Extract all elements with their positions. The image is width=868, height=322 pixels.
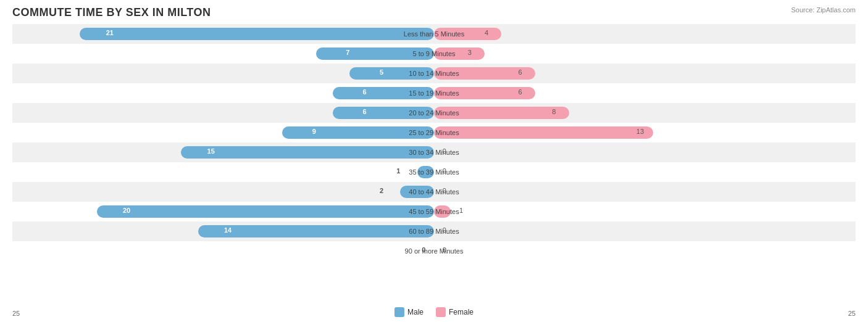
male-bar (349, 67, 434, 80)
axis-right-label: 25 (848, 310, 856, 317)
legend-male: Male (394, 307, 424, 317)
male-value: 6 (363, 88, 367, 96)
female-bar (434, 28, 501, 40)
male-bar (316, 47, 434, 60)
chart-title: COMMUTE TIME BY SEX IN MILTON (12, 6, 856, 19)
male-value: 21 (106, 29, 114, 36)
male-value: 15 (207, 147, 215, 155)
female-value: 0 (443, 246, 446, 254)
male-value: 7 (346, 49, 349, 56)
source-text: Source: ZipAtlas.com (791, 6, 856, 14)
table-row: 0090 or more Minutes (12, 241, 856, 261)
male-value: 6 (363, 108, 367, 115)
legend-female-box (436, 307, 446, 317)
female-value: 6 (519, 68, 522, 76)
table-row: 735 to 9 Minutes (12, 44, 856, 64)
male-bar (333, 87, 434, 99)
table-row: 5610 to 14 Minutes (12, 64, 856, 83)
female-bar (434, 47, 485, 60)
row-label: 35 to 39 Minutes (409, 168, 459, 176)
male-bar (97, 205, 434, 218)
male-value: 9 (312, 128, 316, 135)
male-value: 1 (396, 167, 400, 175)
female-value: 8 (552, 108, 556, 115)
male-bar (80, 28, 434, 40)
female-value: 0 (443, 226, 446, 234)
chart-container: COMMUTE TIME BY SEX IN MILTON Source: Zi… (0, 0, 868, 322)
male-bar (181, 146, 434, 159)
legend-male-label: Male (407, 308, 424, 316)
row-label: 90 or more Minutes (405, 247, 464, 255)
table-row: 20145 to 59 Minutes (12, 202, 856, 221)
female-value: 1 (459, 207, 463, 214)
female-value: 3 (468, 49, 472, 56)
male-value: 0 (422, 246, 425, 254)
female-value: 4 (485, 29, 488, 36)
female-bar (434, 107, 569, 119)
male-value: 2 (380, 187, 383, 194)
female-value: 6 (519, 88, 522, 96)
table-row: 91325 to 29 Minutes (12, 123, 856, 142)
table-row: 2040 to 44 Minutes (12, 182, 856, 202)
table-row: 214Less than 5 Minutes (12, 24, 856, 44)
legend-female: Female (436, 307, 474, 317)
female-value: 0 (443, 167, 446, 175)
table-row: 6615 to 19 Minutes (12, 83, 856, 103)
table-row: 15030 to 34 Minutes (12, 142, 856, 162)
female-value: 0 (443, 187, 446, 194)
table-row: 14060 to 89 Minutes (12, 221, 856, 241)
female-bar (434, 205, 451, 218)
chart-rows-container: 214Less than 5 Minutes735 to 9 Minutes56… (12, 24, 856, 261)
table-row: 6820 to 24 Minutes (12, 103, 856, 123)
male-bar (333, 107, 434, 119)
female-bar (434, 126, 653, 139)
legend-male-box (394, 307, 404, 317)
legend: Male Female (394, 307, 474, 317)
female-value: 0 (443, 147, 446, 155)
female-value: 13 (636, 128, 644, 135)
table-row: 1035 to 39 Minutes (12, 162, 856, 182)
male-value: 20 (123, 207, 130, 214)
male-bar (282, 126, 434, 139)
legend-female-label: Female (449, 308, 474, 316)
male-value: 5 (380, 68, 383, 76)
male-value: 14 (224, 226, 232, 234)
male-bar (400, 186, 434, 198)
axis-left-label: 25 (12, 310, 20, 317)
male-bar (198, 225, 434, 237)
male-bar (417, 166, 434, 178)
